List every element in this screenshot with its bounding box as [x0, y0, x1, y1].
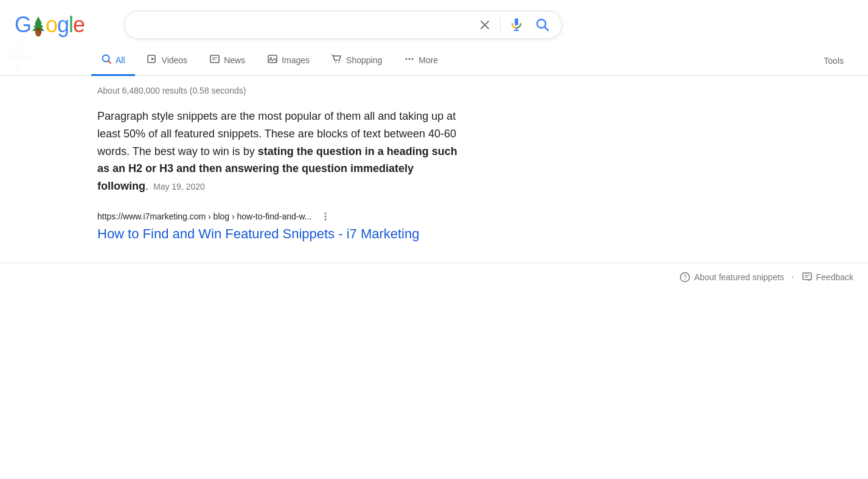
tab-news-label: News	[224, 55, 245, 65]
search-divider	[500, 18, 501, 32]
logo-letter-g: G	[15, 12, 31, 38]
svg-point-45	[325, 218, 327, 220]
bottom-separator: ·	[791, 272, 794, 283]
svg-rect-48	[803, 273, 811, 280]
svg-rect-32	[210, 55, 219, 63]
search-submit-button[interactable]	[532, 15, 552, 36]
svg-point-37	[335, 62, 336, 63]
tab-news[interactable]: News	[200, 47, 255, 76]
tab-all[interactable]: All	[91, 47, 135, 76]
svg-point-42	[412, 58, 414, 60]
search-tab-icon	[101, 53, 112, 67]
logo-area: G o g l e	[15, 12, 112, 38]
featured-snippet: Paragraph style snippets are the most po…	[97, 108, 462, 195]
clear-button[interactable]	[476, 16, 494, 34]
search-bar-container: how to win paragraph snippet	[124, 11, 562, 39]
about-snippets-label: About featured snippets	[694, 272, 784, 282]
snippet-text-end: .	[145, 180, 148, 192]
tab-all-label: All	[116, 55, 125, 65]
tab-videos[interactable]: Videos	[137, 47, 198, 76]
search-input[interactable]: how to win paragraph snippet	[134, 19, 470, 30]
tab-videos-label: Videos	[162, 55, 188, 65]
tab-more-label: More	[418, 55, 438, 65]
svg-point-41	[409, 58, 411, 60]
svg-line-26	[545, 27, 549, 30]
svg-text:?: ?	[683, 274, 687, 281]
result-title-link[interactable]: How to Find and Win Featured Snippets - …	[97, 226, 419, 241]
svg-point-36	[270, 57, 272, 59]
svg-point-40	[406, 58, 408, 60]
question-icon: ?	[679, 272, 690, 283]
news-tab-icon	[209, 53, 220, 67]
header: G o g l e	[0, 0, 868, 45]
result-url: https://www.i7marketing.com › blog › how…	[97, 212, 311, 221]
nav-tabs: All Videos News	[0, 45, 868, 76]
tab-images[interactable]: Images	[257, 47, 319, 76]
microphone-icon	[509, 17, 524, 33]
svg-point-38	[338, 62, 339, 63]
search-icon	[535, 17, 549, 33]
bottom-bar: ? About featured snippets · Feedback	[0, 263, 868, 291]
video-tab-icon	[147, 53, 158, 67]
snippet-text: Paragraph style snippets are the most po…	[97, 108, 462, 195]
svg-point-44	[325, 215, 327, 217]
feedback-icon	[802, 272, 813, 283]
tools-button[interactable]: Tools	[814, 50, 853, 73]
svg-point-43	[325, 212, 327, 214]
search-bar: how to win paragraph snippet	[124, 11, 562, 39]
images-tab-icon	[267, 53, 278, 67]
more-tab-icon	[404, 53, 415, 67]
results-area: About 6,480,000 results (0.58 seconds) P…	[0, 76, 462, 263]
about-snippets-link[interactable]: ? About featured snippets	[679, 272, 784, 283]
shopping-tab-icon	[332, 53, 342, 67]
search-result-item: https://www.i7marketing.com › blog › how…	[97, 210, 462, 243]
tab-images-label: Images	[282, 55, 310, 65]
result-menu-button[interactable]	[316, 210, 335, 223]
svg-point-21	[36, 34, 40, 36]
logo-letter-e: e	[73, 12, 85, 38]
tools-label: Tools	[824, 56, 844, 66]
logo-letter-o2: o	[46, 12, 57, 38]
logo-letter-g2: g	[57, 12, 69, 38]
feedback-button[interactable]: Feedback	[802, 272, 853, 283]
tab-shopping[interactable]: Shopping	[322, 47, 392, 76]
voice-search-button[interactable]	[507, 15, 526, 36]
logo-letter-l: l	[69, 12, 73, 38]
svg-rect-35	[268, 55, 277, 63]
snippet-date: May 19, 2020	[153, 182, 205, 191]
tab-more[interactable]: More	[394, 47, 448, 76]
svg-marker-31	[151, 58, 155, 61]
svg-line-39	[332, 55, 333, 56]
tab-shopping-label: Shopping	[346, 55, 382, 65]
feedback-label: Feedback	[816, 272, 853, 282]
result-url-row: https://www.i7marketing.com › blog › how…	[97, 210, 462, 223]
svg-marker-51	[807, 280, 811, 281]
results-count: About 6,480,000 results (0.58 seconds)	[97, 83, 462, 95]
svg-rect-22	[515, 18, 518, 26]
logo-tree-icon	[30, 15, 47, 35]
google-logo[interactable]: G o g l e	[15, 12, 85, 38]
